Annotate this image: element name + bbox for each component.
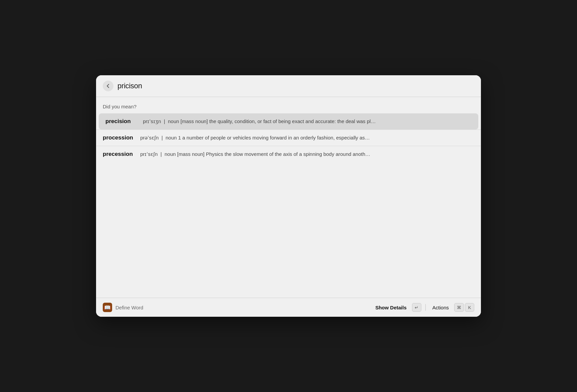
list-item[interactable]: precision prɪˈsɪʒn | noun [mass noun] th… [99, 113, 478, 129]
suggestion-pronunciation: prəˈsɛʃn [140, 135, 159, 140]
suggestion-word: precision [105, 118, 139, 125]
kbd-shortcut-group: ⌘ K [454, 303, 474, 312]
actions-button[interactable]: Actions [430, 303, 451, 312]
suggestion-pronunciation: prɪˈsɪʒn [143, 118, 161, 124]
list-item[interactable]: precession prɪˈsɛʃn | noun [mass noun] P… [96, 146, 481, 162]
dictionary-window: Did you mean? precision prɪˈsɪʒn | noun … [96, 75, 481, 317]
suggestion-list: precision prɪˈsɪʒn | noun [mass noun] th… [96, 113, 481, 162]
suggestion-definition: prəˈsɛʃn | noun 1 a number of people or … [140, 135, 370, 141]
book-icon: 📖 [103, 303, 112, 312]
footer-left: 📖 Define Word [103, 303, 143, 312]
suggestion-pronunciation: prɪˈsɛʃn [140, 151, 158, 157]
show-details-button[interactable]: Show Details [373, 303, 409, 312]
suggestion-definition: prɪˈsɛʃn | noun [mass noun] Physics the … [140, 151, 370, 157]
suggestion-word: precession [103, 151, 136, 158]
define-word-label: Define Word [115, 305, 143, 310]
cmd-key-badge: ⌘ [454, 303, 464, 312]
enter-key-badge: ↵ [412, 303, 421, 312]
back-button[interactable] [103, 81, 113, 91]
footer-right: Show Details ↵ Actions ⌘ K [373, 303, 474, 312]
did-you-mean-label: Did you mean? [96, 104, 481, 113]
search-bar [96, 75, 481, 97]
footer-divider [425, 304, 426, 311]
list-item[interactable]: procession prəˈsɛʃn | noun 1 a number of… [96, 129, 481, 146]
content-area: Did you mean? precision prɪˈsɪʒn | noun … [96, 97, 481, 298]
k-key-badge: K [465, 303, 474, 312]
suggestion-word: procession [103, 134, 136, 141]
suggestion-definition: prɪˈsɪʒn | noun [mass noun] the quality,… [143, 118, 376, 124]
footer: 📖 Define Word Show Details ↵ Actions ⌘ K [96, 298, 481, 317]
search-input[interactable] [117, 82, 474, 90]
